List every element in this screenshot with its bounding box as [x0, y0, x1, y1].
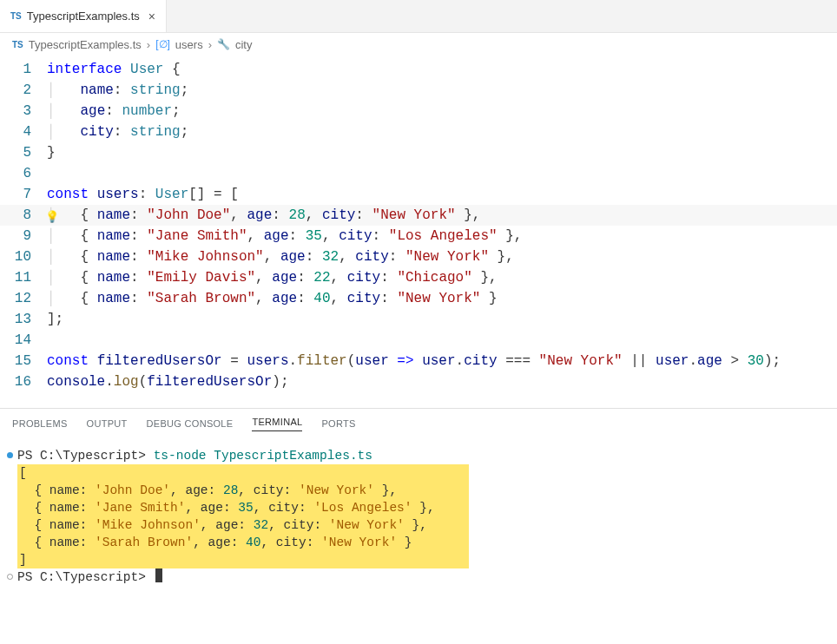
editor-tab-bar: TS TypescriptExamples.ts × — [0, 0, 837, 33]
tab-terminal[interactable]: TERMINAL — [252, 417, 302, 431]
code-line[interactable]: 4│ city: string; — [0, 122, 837, 142]
symbol-variable-icon: [∅] — [155, 38, 170, 50]
highlighted-output: { name: 'Mike Johnson', age: 32, city: '… — [17, 516, 469, 534]
code-line[interactable]: 6 — [0, 163, 837, 184]
terminal-output-line: [ — [17, 464, 827, 482]
code-line[interactable]: 12│ { name: "Sarah Brown", age: 40, city… — [0, 288, 837, 309]
code-line[interactable]: 9│ { name: "Jane Smith", age: 35, city: … — [0, 226, 837, 246]
status-dot-icon — [7, 574, 13, 580]
breadcrumb-symbol-city[interactable]: city — [235, 38, 253, 51]
typescript-file-icon: TS — [12, 40, 23, 49]
tab-ports[interactable]: PORTS — [321, 418, 355, 429]
code-line[interactable]: 3│ age: number; — [0, 101, 837, 122]
line-number: 4 — [0, 122, 47, 142]
breadcrumb: TS TypescriptExamples.ts › [∅] users › 🔧… — [0, 33, 837, 56]
bottom-panel: PROBLEMS OUTPUT DEBUG CONSOLE TERMINAL P… — [0, 408, 837, 593]
code-content[interactable]: const filteredUsersOr = users.filter(use… — [47, 351, 837, 371]
code-content[interactable]: ]; — [47, 309, 837, 330]
chevron-right-icon: › — [147, 38, 150, 51]
line-number: 16 — [0, 371, 47, 392]
tab-filename: TypescriptExamples.ts — [27, 10, 140, 23]
line-number: 12 — [0, 288, 47, 309]
code-line[interactable]: 11│ { name: "Emily Davis", age: 22, city… — [0, 267, 837, 288]
code-content[interactable]: │ { name: "John Doe", age: 28, city: "Ne… — [47, 205, 837, 226]
terminal-line: PS C:\Typescript> — [17, 568, 827, 586]
code-content[interactable]: │ { name: "Emily Davis", age: 22, city: … — [47, 267, 837, 288]
code-content[interactable]: } — [47, 142, 837, 163]
code-line[interactable]: 15const filteredUsersOr = users.filter(u… — [0, 351, 837, 371]
tab-output[interactable]: OUTPUT — [87, 418, 128, 429]
chevron-right-icon: › — [208, 38, 212, 51]
code-editor[interactable]: 1interface User {2│ name: string;3│ age:… — [0, 56, 837, 392]
status-dot-icon — [7, 452, 13, 458]
code-content[interactable]: const users: User[] = [ — [47, 184, 837, 205]
breadcrumb-symbol-users[interactable]: users — [175, 38, 203, 51]
terminal-cursor — [155, 568, 162, 582]
terminal-output-line: { name: 'Jane Smith', age: 35, city: 'Lo… — [17, 499, 827, 516]
breadcrumb-file[interactable]: TypescriptExamples.ts — [29, 38, 142, 51]
symbol-property-icon: 🔧 — [217, 38, 230, 50]
code-line[interactable]: 2│ name: string; — [0, 80, 837, 101]
terminal-output-line: { name: 'Sarah Brown', age: 40, city: 'N… — [17, 534, 827, 551]
panel-tab-bar: PROBLEMS OUTPUT DEBUG CONSOLE TERMINAL P… — [0, 409, 837, 438]
terminal-output-line: { name: 'John Doe', age: 28, city: 'New … — [17, 482, 827, 499]
line-number: 14 — [0, 330, 47, 351]
line-number: 7 — [0, 184, 47, 205]
code-content[interactable]: │ name: string; — [47, 80, 837, 101]
line-number: 6 — [0, 163, 47, 184]
code-line[interactable]: 7const users: User[] = [ — [0, 184, 837, 205]
line-number: 13 — [0, 309, 47, 330]
typescript-file-icon: TS — [10, 11, 22, 21]
highlighted-output: ] — [17, 551, 469, 568]
code-line[interactable]: 8💡│ { name: "John Doe", age: 28, city: "… — [0, 205, 837, 226]
code-content[interactable]: interface User { — [47, 59, 837, 80]
code-content[interactable]: │ age: number; — [47, 101, 837, 122]
line-number: 2 — [0, 80, 47, 101]
code-content[interactable]: │ { name: "Jane Smith", age: 35, city: "… — [47, 226, 837, 246]
line-number: 8💡 — [0, 205, 47, 226]
code-line[interactable]: 5} — [0, 142, 837, 163]
highlighted-output: { name: 'Jane Smith', age: 35, city: 'Lo… — [17, 499, 469, 516]
code-line[interactable]: 1interface User { — [0, 59, 837, 80]
code-content[interactable]: │ city: string; — [47, 122, 837, 142]
line-number: 10 — [0, 246, 47, 267]
terminal[interactable]: PS C:\Typescript> ts-node TypescriptExam… — [0, 438, 837, 593]
line-number: 9 — [0, 226, 47, 246]
code-content[interactable]: console.log(filteredUsersOr); — [47, 371, 837, 392]
code-line[interactable]: 16console.log(filteredUsersOr); — [0, 371, 837, 392]
code-content[interactable]: │ { name: "Sarah Brown", age: 40, city: … — [47, 288, 837, 309]
line-number: 5 — [0, 142, 47, 163]
highlighted-output: { name: 'John Doe', age: 28, city: 'New … — [17, 482, 469, 499]
lightbulb-icon[interactable]: 💡 — [45, 207, 59, 228]
editor-tab[interactable]: TS TypescriptExamples.ts × — [0, 0, 167, 32]
line-number: 11 — [0, 267, 47, 288]
code-content[interactable]: │ { name: "Mike Johnson", age: 32, city:… — [47, 246, 837, 267]
terminal-line: PS C:\Typescript> ts-node TypescriptExam… — [17, 447, 827, 464]
tab-debug-console[interactable]: DEBUG CONSOLE — [147, 418, 234, 429]
code-line[interactable]: 14 — [0, 330, 837, 351]
tab-problems[interactable]: PROBLEMS — [12, 418, 68, 429]
terminal-output-line: ] — [17, 551, 827, 568]
terminal-output-line: { name: 'Mike Johnson', age: 32, city: '… — [17, 516, 827, 534]
code-line[interactable]: 10│ { name: "Mike Johnson", age: 32, cit… — [0, 246, 837, 267]
line-number: 3 — [0, 101, 47, 122]
highlighted-output: [ — [17, 464, 469, 482]
line-number: 1 — [0, 59, 47, 80]
highlighted-output: { name: 'Sarah Brown', age: 40, city: 'N… — [17, 534, 469, 551]
code-line[interactable]: 13]; — [0, 309, 837, 330]
close-icon[interactable]: × — [148, 10, 155, 23]
line-number: 15 — [0, 351, 47, 371]
